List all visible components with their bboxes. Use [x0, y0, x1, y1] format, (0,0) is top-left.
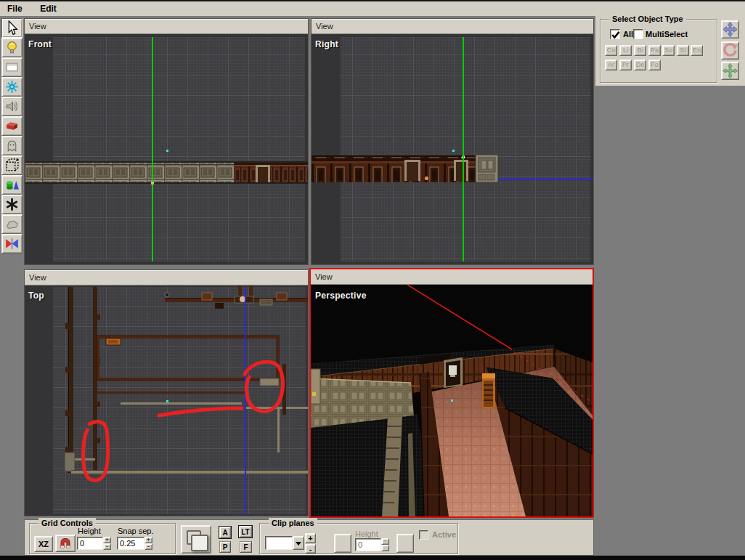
multiselect-checkbox[interactable] [633, 29, 643, 39]
scale-cross-icon [722, 62, 738, 79]
cloud-icon [4, 216, 20, 232]
viewport-perspective-header: View [311, 269, 593, 285]
magnet-icon [58, 536, 73, 551]
clip-planes-groupbox: Clip planes + - Height + - Active [259, 523, 458, 554]
tool-ai-button[interactable] [1, 77, 23, 97]
perspective-cursor-dot [451, 399, 453, 402]
copy-icon-front [191, 535, 208, 551]
snap-sep-spinner: + - [144, 537, 152, 550]
type-button-bi[interactable]: Bi [634, 45, 646, 56]
snap-sep-label: Snap sep. [118, 527, 154, 535]
chevron-down-icon [296, 542, 301, 545]
xz-button[interactable]: XZ [34, 536, 53, 552]
grid-height-input[interactable] [77, 537, 103, 550]
remove-clip-plane-button[interactable]: - [305, 544, 316, 553]
type-button-fo[interactable]: Fo [648, 60, 661, 70]
all-checkbox[interactable] [610, 29, 620, 39]
type-button-pr[interactable]: Pr [619, 60, 632, 70]
perspective-view-canvas[interactable] [311, 285, 593, 516]
viewport-right[interactable]: View Right [311, 18, 594, 265]
cyan-star-icon [4, 79, 20, 94]
tool-terrain-button[interactable] [1, 214, 23, 234]
type-button-so[interactable]: So [662, 45, 675, 56]
front-grid [53, 37, 305, 261]
lt-button[interactable]: LT [239, 526, 252, 537]
top-blue-axis-line [245, 287, 246, 514]
select-object-type-title: Select Object Type [609, 14, 686, 24]
clip-blank-button-1[interactable] [334, 534, 351, 553]
grid-height-label: Height [78, 527, 101, 535]
tool-ghost-button[interactable] [1, 136, 23, 155]
move-button[interactable] [721, 20, 739, 38]
tool-select-cursor-button[interactable] [1, 18, 23, 38]
type-button-de[interactable]: De [634, 60, 646, 70]
viewport-front[interactable]: View Front [24, 18, 309, 265]
ghost-icon [4, 138, 20, 153]
snap-sep-spin-down[interactable]: - [144, 543, 152, 550]
right-grid [341, 37, 590, 261]
type-button-co[interactable]: Co [605, 45, 617, 56]
tool-brush-button[interactable] [1, 116, 23, 136]
tool-multibrush-button[interactable] [1, 195, 23, 214]
clip-plane-dropdown-value[interactable] [265, 536, 293, 550]
scale-button[interactable] [721, 62, 739, 80]
top-view-canvas[interactable] [25, 285, 308, 516]
menu-file[interactable]: File [0, 1, 30, 14]
f-button[interactable]: F [240, 541, 252, 553]
select-object-type-groupbox: Select Object Type All MultiSelect Co Li… [600, 19, 717, 83]
type-button-ar[interactable]: Ar [605, 60, 617, 70]
clip-active-checkbox[interactable] [419, 530, 428, 540]
tool-portalize-button[interactable] [1, 234, 23, 253]
tool-light-button[interactable] [1, 38, 23, 57]
dashed-cube-icon [4, 158, 20, 173]
bottom-control-bar: Grid Controls XZ Height + - Snap sep. + … [24, 519, 594, 556]
clip-plane-dropdown-button[interactable] [293, 536, 304, 550]
window-bottom-edge [0, 556, 745, 560]
primitives-icon [4, 177, 20, 192]
multiselect-checkbox-label: MultiSelect [646, 30, 688, 38]
type-button-pa[interactable]: Pa [648, 45, 661, 56]
viewport-perspective[interactable]: View Perspective [309, 268, 594, 518]
move-arrows-icon [722, 21, 738, 38]
type-button-li[interactable]: Li [619, 45, 632, 56]
cursor-arrow-icon [4, 20, 20, 36]
front-green-axis-line [152, 37, 153, 261]
top-cursor-dot [166, 400, 168, 402]
viewport-top[interactable]: View Top [24, 269, 309, 516]
add-clip-plane-button[interactable]: + [305, 533, 316, 543]
clip-planes-title: Clip planes [269, 518, 317, 528]
snap-sep-input[interactable] [117, 537, 144, 550]
tool-area-brush-button[interactable] [1, 155, 23, 175]
rotate-icon [722, 42, 738, 59]
perspective-scene [311, 345, 593, 516]
menu-edit[interactable]: Edit [33, 1, 64, 14]
a-button[interactable]: A [219, 527, 231, 538]
right-green-axis-line [463, 37, 464, 261]
right-view-canvas[interactable] [312, 34, 593, 264]
viewport-perspective-label: Perspective [315, 291, 367, 301]
rotate-button[interactable] [721, 41, 739, 60]
snap-magnet-button[interactable] [55, 535, 76, 552]
clip-blank-button-2[interactable] [396, 534, 414, 553]
tool-primitives-button[interactable] [1, 175, 23, 195]
grid-height-spin-down[interactable]: - [103, 543, 111, 550]
type-button-en[interactable]: En [691, 45, 703, 56]
viewport-top-header: View [25, 270, 308, 285]
type-button-st[interactable]: St [677, 45, 689, 56]
black-asterisk-icon [4, 197, 20, 212]
front-corridor-strip [25, 161, 308, 184]
viewport-front-label: Front [28, 39, 52, 49]
p-button[interactable]: P [219, 541, 231, 553]
clip-active-label: Active [432, 530, 456, 539]
viewport-right-header: View [312, 19, 593, 34]
tool-room-button[interactable] [1, 57, 23, 77]
clip-height-input[interactable] [355, 538, 381, 551]
room-panel-icon [4, 60, 20, 75]
right-corridor-strip [312, 155, 498, 182]
grid-height-spinner: + - [103, 537, 111, 550]
front-view-canvas[interactable] [25, 34, 308, 264]
clip-height-spin-down[interactable]: - [381, 545, 389, 551]
clone-brush-button[interactable] [181, 525, 211, 553]
tool-sound-button[interactable] [1, 97, 23, 116]
checkmark-icon [611, 30, 621, 40]
